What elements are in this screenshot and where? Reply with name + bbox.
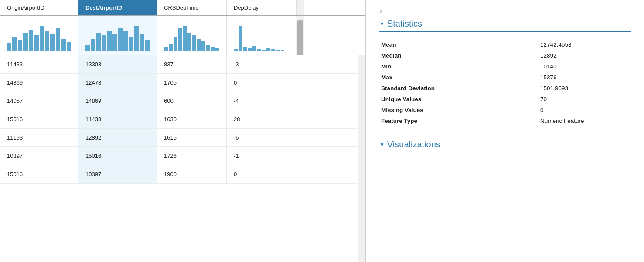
table-cell: 837 [157,55,227,73]
table-cell: 15016 [78,147,157,165]
stats-row: Unique Values70 [379,94,631,105]
table-cell: 15016 [0,165,78,183]
histogram-row [0,16,365,55]
statistics-title: Statistics [387,19,422,29]
header-scrollbar-placeholder [296,0,304,15]
table-cell: -4 [227,92,296,110]
table-cell: 11193 [0,129,78,146]
stats-label: Unique Values [379,94,538,105]
stats-row: Missing Values0 [379,105,631,116]
histogram-dest [78,16,157,55]
table-body-wrapper: 1143313303837-31486912478170501405714869… [0,55,365,262]
table-row: 11193128921615-6 [0,129,358,147]
stats-value: 1501.9693 [538,83,631,94]
statistics-section-header: ▼ Statistics [379,19,631,29]
data-table-panel: OriginAirportID DestAirportID CRSDepTime… [0,0,366,262]
scrollbar-handle[interactable] [297,20,303,55]
stats-value: 12742.4553 [538,39,631,50]
stats-label: Feature Type [379,116,538,126]
visualizations-section-header: ▼ Visualizations [379,140,631,150]
table-row: 1143313303837-3 [0,55,358,74]
table-cell: 28 [227,110,296,128]
stats-value: 70 [538,94,631,105]
table-cell: -3 [227,55,296,73]
table-row: 148691247817050 [0,74,358,92]
table-cell: 1705 [157,74,227,92]
col-header-dep[interactable]: DepDelay [227,0,296,15]
stats-panel: › ▼ Statistics Mean12742.4553Median12892… [366,0,644,262]
table-cell: 1900 [157,165,227,183]
body-scrollbar-track[interactable] [358,55,365,262]
stats-label: Standard Deviation [379,83,538,94]
chevron-right-icon: › [379,6,631,15]
table-cell: 13303 [78,55,157,73]
stats-row: Standard Deviation1501.9693 [379,83,631,94]
stats-value: 12892 [538,50,631,61]
collapse-icon-statistics[interactable]: ▼ [379,21,385,27]
table-cell: 10397 [78,165,157,183]
table-cell: 600 [157,92,227,110]
stats-row: Max15376 [379,72,631,83]
stats-label: Min [379,61,538,72]
stats-row: Feature TypeNumeric Feature [379,116,631,126]
table-cell: -6 [227,129,296,146]
stats-label: Mean [379,39,538,50]
table-cell: 0 [227,165,296,183]
visualizations-section: ▼ Visualizations [379,140,631,150]
statistics-table: Mean12742.4553Median12892Min10140Max1537… [379,39,631,126]
table-cell: 12478 [78,74,157,92]
table-body: 1143313303837-31486912478170501405714869… [0,55,358,262]
stats-label: Median [379,50,538,61]
statistics-divider [379,31,631,32]
stats-value: 0 [538,105,631,116]
col-header-crs[interactable]: CRSDepTime [157,0,227,15]
table-cell: 14869 [0,74,78,92]
table-cell: 14869 [78,92,157,110]
table-cell: -1 [227,147,296,165]
table-row: 1501611433163028 [0,110,358,129]
stats-label: Missing Values [379,105,538,116]
stats-value: 15376 [538,72,631,83]
table-row: 1405714869600-4 [0,92,358,110]
stats-row: Median12892 [379,50,631,61]
stats-value: 10140 [538,61,631,72]
visualizations-title: Visualizations [387,140,440,150]
table-row: 150161039719000 [0,165,358,184]
col-header-origin[interactable]: OriginAirportID [0,0,78,15]
table-cell: 0 [227,74,296,92]
table-header: OriginAirportID DestAirportID CRSDepTime… [0,0,365,16]
histogram-origin [0,16,78,55]
table-cell: 1726 [157,147,227,165]
table-row: 10397150161726-1 [0,147,358,165]
table-cell: 10397 [0,147,78,165]
table-cell: 11433 [78,110,157,128]
stats-row: Mean12742.4553 [379,39,631,50]
stats-label: Max [379,72,538,83]
col-header-dest[interactable]: DestAirportID [78,0,157,15]
histogram-dep [227,16,296,55]
table-cell: 1630 [157,110,227,128]
stats-value: Numeric Feature [538,116,631,126]
table-cell: 12892 [78,129,157,146]
scrollbar-track[interactable] [296,16,304,55]
table-cell: 1615 [157,129,227,146]
table-cell: 11433 [0,55,78,73]
stats-row: Min10140 [379,61,631,72]
table-cell: 15016 [0,110,78,128]
table-cell: 14057 [0,92,78,110]
collapse-icon-visualizations[interactable]: ▼ [379,142,385,148]
histogram-crs [157,16,227,55]
